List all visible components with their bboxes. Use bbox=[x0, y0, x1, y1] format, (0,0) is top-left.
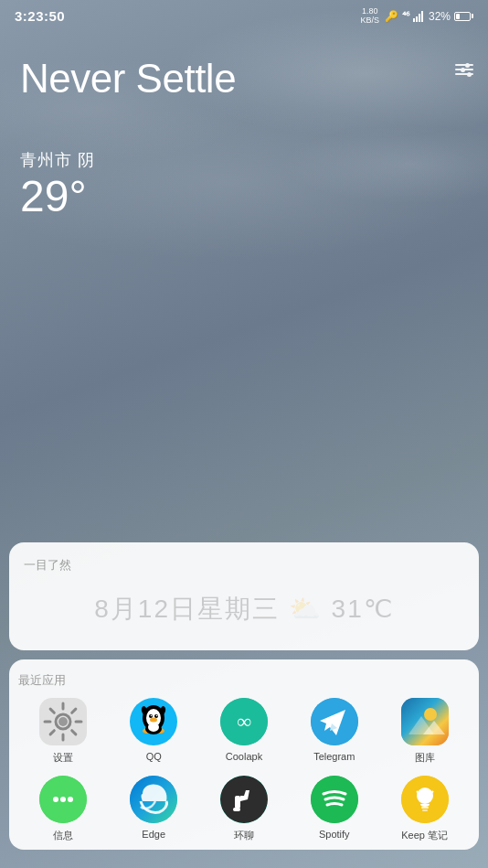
recent-apps-widget: 最近应用 设置 bbox=[9, 659, 479, 850]
edge-label: Edge bbox=[142, 829, 165, 840]
edge-icon bbox=[130, 776, 177, 823]
status-time: 3:23:50 bbox=[15, 8, 65, 24]
weather-location: 青州市 阴 bbox=[20, 149, 468, 171]
svg-point-30 bbox=[311, 776, 358, 823]
settings-icon bbox=[39, 698, 87, 745]
recent-apps-title: 最近应用 bbox=[18, 672, 470, 689]
gallery-icon bbox=[401, 698, 449, 745]
svg-rect-34 bbox=[422, 809, 428, 811]
coolapk-label: Coolapk bbox=[226, 751, 262, 762]
tagline: Never Settle bbox=[20, 55, 468, 103]
signal-bars bbox=[413, 11, 423, 22]
spotify-label: Spotify bbox=[319, 829, 350, 840]
svg-point-23 bbox=[53, 797, 58, 802]
svg-point-19 bbox=[424, 708, 437, 721]
svg-point-14 bbox=[148, 723, 159, 732]
gallery-label: 图库 bbox=[415, 751, 435, 765]
main-content: Never Settle 青州市 阴 29° bbox=[0, 55, 488, 219]
battery-icon bbox=[454, 12, 473, 21]
svg-rect-29 bbox=[233, 808, 240, 811]
filter-icon[interactable] bbox=[455, 64, 473, 75]
widgets-area: 一目了然 8月12日星期三 ⛅ 31℃ 最近应用 设置 bbox=[0, 542, 488, 868]
telegram-icon bbox=[311, 698, 358, 745]
overview-widget-title: 一目了然 bbox=[24, 557, 464, 573]
weather-temperature: 29° bbox=[20, 175, 468, 219]
settings-label: 设置 bbox=[53, 751, 73, 765]
app-message[interactable]: 信息 bbox=[18, 776, 109, 842]
svg-rect-33 bbox=[421, 807, 429, 809]
keep-label: Keep 笔记 bbox=[401, 829, 448, 842]
huanjiao-icon bbox=[220, 776, 268, 823]
svg-point-24 bbox=[60, 797, 66, 802]
overview-widget: 一目了然 8月12日星期三 ⛅ 31℃ bbox=[9, 542, 479, 650]
apps-grid: 设置 bbox=[18, 698, 470, 842]
app-settings[interactable]: 设置 bbox=[18, 698, 109, 765]
signal-icon: ⁴⁶ bbox=[402, 10, 409, 22]
app-coolapk[interactable]: ∞ Coolapk bbox=[199, 698, 290, 765]
message-label: 信息 bbox=[53, 829, 73, 842]
network-speed: 1.80 KB/S bbox=[360, 7, 379, 26]
battery-percent: 32% bbox=[429, 10, 451, 23]
status-bar: 3:23:50 1.80 KB/S 🔑 ⁴⁶ 32% bbox=[0, 0, 488, 29]
app-edge[interactable]: Edge bbox=[109, 776, 199, 842]
svg-point-1 bbox=[58, 717, 68, 726]
app-gallery[interactable]: 图库 bbox=[379, 698, 470, 765]
coolapk-icon: ∞ bbox=[220, 698, 268, 745]
key-icon: 🔑 bbox=[385, 10, 398, 23]
overview-content: 8月12日星期三 ⛅ 31℃ bbox=[24, 583, 464, 636]
spotify-icon bbox=[311, 776, 358, 823]
app-spotify[interactable]: Spotify bbox=[289, 776, 379, 842]
svg-rect-28 bbox=[235, 796, 240, 809]
weather-section: 青州市 阴 29° bbox=[20, 149, 468, 219]
app-huanjiao[interactable]: 环聊 bbox=[199, 776, 290, 842]
qq-label: QQ bbox=[146, 751, 162, 762]
app-qq[interactable]: QQ bbox=[109, 698, 199, 765]
svg-point-8 bbox=[150, 718, 157, 723]
app-keep[interactable]: Keep 笔记 bbox=[379, 776, 470, 842]
huanjiao-label: 环聊 bbox=[234, 829, 254, 842]
svg-point-6 bbox=[151, 715, 153, 717]
qq-icon bbox=[130, 698, 177, 745]
app-telegram[interactable]: Telegram bbox=[289, 698, 379, 765]
overview-text: 8月12日星期三 ⛅ 31℃ bbox=[94, 592, 393, 627]
svg-point-7 bbox=[156, 715, 158, 717]
telegram-label: Telegram bbox=[313, 751, 355, 762]
svg-text:∞: ∞ bbox=[237, 710, 251, 733]
message-icon bbox=[39, 776, 87, 823]
status-icons: 1.80 KB/S 🔑 ⁴⁶ 32% bbox=[360, 7, 473, 26]
keep-icon bbox=[401, 776, 449, 823]
svg-point-25 bbox=[68, 797, 73, 802]
